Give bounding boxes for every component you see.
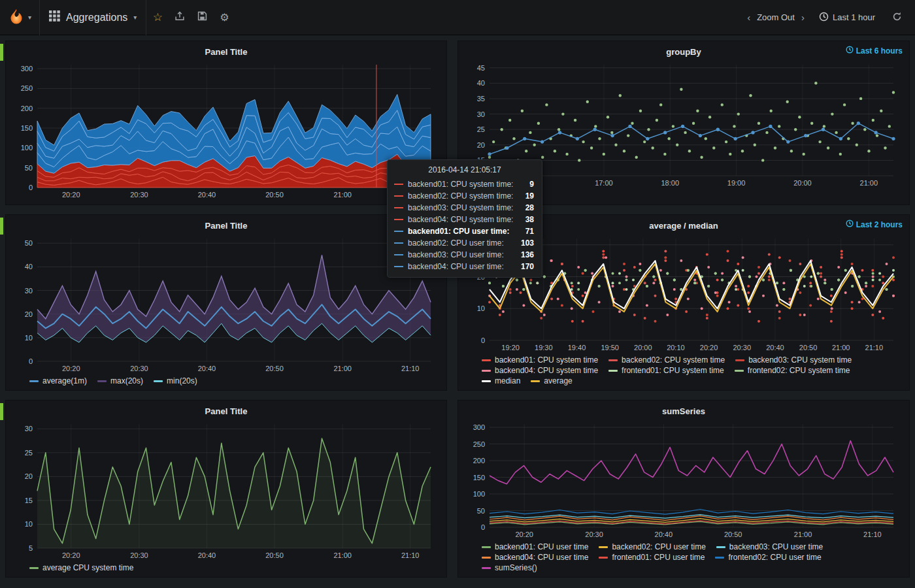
svg-text:10: 10 [25,520,33,528]
clock-icon [846,46,854,56]
legend-item[interactable]: average CPU system time [29,563,133,572]
svg-text:35: 35 [477,95,485,103]
panel-title[interactable]: sumSeries [465,403,903,419]
svg-text:40: 40 [25,263,33,270]
svg-text:20:30: 20:30 [585,531,603,538]
svg-text:10: 10 [25,334,33,342]
legend-item[interactable]: frontend02: CPU system time [735,366,850,375]
legend-item[interactable]: backend04: CPU user time [482,553,588,562]
svg-text:17:00: 17:00 [595,179,613,187]
save-icon [197,11,207,24]
share-button[interactable] [169,0,191,35]
svg-text:0: 0 [29,184,33,191]
svg-text:20:10: 20:10 [667,344,685,351]
legend-item[interactable]: min(20s) [154,376,197,385]
legend-item[interactable]: backend03: CPU user time [716,542,823,551]
legend-item[interactable]: backend02: CPU system time [608,355,725,365]
legend-item[interactable]: backend04: CPU system time [482,366,598,375]
dashboard-grid: Panel Title 05010015020025030020:2020:30… [0,35,915,583]
legend-item[interactable]: backend02: CPU user time [599,542,705,551]
share-icon [175,11,185,24]
svg-text:20:40: 20:40 [655,531,673,538]
svg-text:21:10: 21:10 [863,531,882,538]
save-button[interactable] [191,0,213,35]
navbar: ▾ Aggregations ▾ ☆ ⚙ ‹ Zoom [0,0,915,35]
row-collapse-handle[interactable] [0,218,3,235]
svg-text:21:00: 21:00 [832,344,850,351]
svg-text:45: 45 [477,64,485,72]
average-line-chart[interactable]: 5101520253020:2020:3020:4020:5021:0021:1… [12,419,440,561]
stacked-area-chart[interactable]: 05010015020025030020:2020:3020:4020:5021… [12,59,440,201]
svg-text:20:20: 20:20 [700,344,718,351]
legend-item[interactable]: backend03: CPU system time [735,355,852,365]
legend-item[interactable]: backend01: CPU user time [482,542,588,551]
dashboard-picker[interactable]: Aggregations ▾ [40,0,146,35]
legend-item[interactable]: average(1m) [29,376,87,385]
svg-text:20:20: 20:20 [62,191,80,199]
tooltip-row: backend02: CPU user time:103 [388,237,542,249]
svg-text:20: 20 [477,141,485,149]
panel-title[interactable]: Panel Title [12,44,440,59]
panel-time-badge[interactable]: Last 6 hours [846,46,903,56]
star-button[interactable]: ☆ [146,0,169,35]
tooltip-timestamp: 2016-04-14 21:05:17 [388,163,542,178]
legend-item[interactable]: max(20s) [97,376,143,385]
legend-item[interactable]: sumSeries() [482,563,537,572]
svg-text:20:20: 20:20 [62,365,80,372]
tooltip-row: backend01: CPU user time:71 [388,225,542,237]
graph-hover-tooltip: 2016-04-14 21:05:17 backend01: CPU syste… [387,159,542,278]
panel-time-badge[interactable]: Last 2 hours [846,220,903,229]
chart-legend: average(1m)max(20s)min(20s) [12,374,440,386]
legend-item[interactable]: frontend01: CPU user time [599,553,705,562]
svg-text:20:30: 20:30 [733,344,751,351]
legend-item[interactable]: median [482,376,520,385]
tooltip-row: backend04: CPU system time:38 [388,214,542,225]
time-range-picker[interactable]: Last 1 hour [810,12,884,24]
refresh-button[interactable] [886,12,908,24]
svg-text:21:10: 21:10 [401,365,420,372]
svg-text:10: 10 [477,304,485,312]
zoom-out-button[interactable]: Zoom Out [756,12,796,22]
svg-text:25: 25 [25,449,33,457]
svg-text:19:20: 19:20 [501,344,520,351]
legend-item[interactable]: frontend02: CPU user time [715,553,821,562]
legend-item[interactable]: frontend01: CPU system time [608,366,724,375]
dashboard-title: Aggregations [66,12,127,24]
panel-title[interactable]: groupBy [465,44,903,59]
svg-text:0: 0 [481,523,485,531]
panel-sumseries: sumSeries 05010015020025030020:2020:3020… [458,400,910,578]
svg-text:15: 15 [25,497,33,504]
svg-text:20:20: 20:20 [515,531,533,538]
svg-text:0: 0 [481,336,485,344]
svg-text:0: 0 [29,357,33,365]
svg-text:21:10: 21:10 [401,551,420,559]
time-range-label: Last 1 hour [833,12,875,22]
chart-legend: backend01: CPU system timebackend02: CPU… [465,353,903,386]
sumseries-line-chart[interactable]: 05010015020025030020:2020:3020:4020:5021… [465,419,903,540]
svg-text:20:40: 20:40 [766,344,784,351]
svg-text:150: 150 [473,474,485,482]
chart-legend: average CPU system time [12,561,440,573]
panel-title[interactable]: Panel Title [12,403,440,419]
svg-text:21:00: 21:00 [333,365,352,372]
time-forward-button[interactable]: › [797,12,808,23]
panel-title[interactable]: Panel Title [12,218,440,233]
settings-button[interactable]: ⚙ [213,0,235,35]
legend-item[interactable]: backend01: CPU system time [482,355,598,365]
svg-text:200: 200 [21,105,33,112]
grafana-logo-button[interactable]: ▾ [0,0,40,35]
svg-text:20:30: 20:30 [130,365,148,372]
legend-item[interactable]: average [531,376,572,385]
time-back-button[interactable]: ‹ [743,12,754,23]
panel-average-cpu: Panel Title 5101520253020:2020:3020:4020… [5,400,447,578]
panel-stacked-cpu: Panel Title 05010015020025030020:2020:30… [5,41,447,205]
svg-text:20: 20 [25,472,33,480]
row-collapse-handle[interactable] [0,403,3,420]
row-collapse-handle[interactable] [0,44,3,61]
svg-text:30: 30 [25,287,33,295]
band-line-chart[interactable]: 0102030405020:2020:3020:4020:5021:0021:1… [12,233,440,374]
tooltip-row: backend02: CPU system time:19 [388,190,542,202]
logo-caret-icon: ▾ [28,14,31,21]
svg-text:100: 100 [21,144,33,152]
chart-legend: backend01: CPU user timebackend02: CPU u… [465,540,903,573]
